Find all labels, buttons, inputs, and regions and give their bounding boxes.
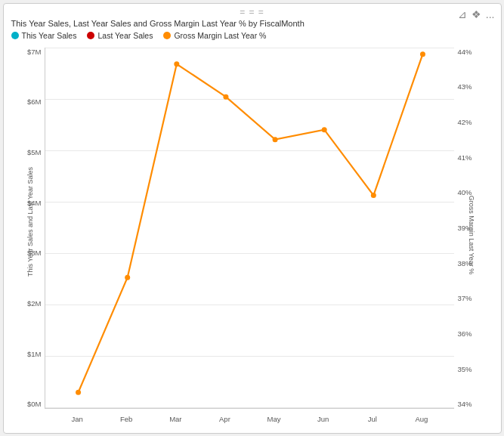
legend: This Year Sales Last Year Sales Gross Ma… [11,31,493,40]
y-tick-5m: $5M [27,148,41,156]
legend-item-this-year: This Year Sales [11,31,77,40]
x-label-feb: Feb [102,415,151,423]
y-axis-left-label: This Year Sales and Last Year Sales [26,193,34,277]
chart-title: This Year Sales, Last Year Sales and Gro… [11,19,493,28]
y-right-37: 37% [458,294,472,302]
x-label-aug: Aug [397,415,446,423]
bar-group-jun [298,48,348,408]
y-right-43: 43% [458,82,472,91]
legend-label-this-year: This Year Sales [22,31,77,40]
plot-area: JanFebMarAprMayJunJulAug [45,48,454,409]
x-label-jan: Jan [53,415,102,423]
y-tick-6m: $6M [27,97,41,106]
x-label-may: May [249,415,298,423]
x-label-jul: Jul [348,415,397,423]
legend-item-last-year: Last Year Sales [87,31,153,40]
chart-area: $7M $6M $5M $4M $3M $2M $1M $0M This Yea… [11,45,493,425]
y-tick-1m: $1M [27,350,41,358]
bar-group-aug [397,48,446,408]
legend-label-last-year: Last Year Sales [97,31,153,40]
y-right-35: 35% [458,365,472,373]
y-axis-right-label: Gross Margin Last Year % [468,186,475,284]
y-tick-7m: $7M [27,48,41,56]
y-tick-2m: $2M [27,299,41,308]
x-labels: JanFebMarAprMayJunJulAug [45,415,454,423]
bars-container [45,48,454,408]
x-label-mar: Mar [151,415,200,423]
bar-group-feb [102,48,151,408]
legend-dot-gm [163,32,171,39]
legend-dot-this-year [11,32,19,39]
more-icon[interactable]: ... [486,8,495,20]
x-label-jun: Jun [298,415,348,423]
y-tick-0m: $0M [27,400,41,408]
chart-card: = = = ⊿ ❖ ... This Year Sales, Last Year… [3,3,502,434]
filter-icon[interactable]: ⊿ [458,8,467,20]
drag-handle[interactable]: = = = [240,7,264,17]
y-axis-right: 44% 43% 42% 41% 40% 39% 38% 37% 36% 35% … [454,45,493,425]
expand-icon[interactable]: ❖ [472,8,481,20]
y-right-34: 34% [458,400,472,408]
legend-label-gm: Gross Margin Last Year % [174,31,266,40]
top-icons: ⊿ ❖ ... [458,8,495,20]
y-right-42: 42% [458,118,472,126]
bar-group-may [249,48,298,408]
bar-group-apr [200,48,249,408]
bar-group-jan [53,48,102,408]
y-right-36: 36% [458,329,472,338]
legend-dot-last-year [87,32,94,39]
y-right-41: 41% [458,153,472,162]
bar-group-jul [348,48,397,408]
y-axis-left: $7M $6M $5M $4M $3M $2M $1M $0M This Yea… [11,45,45,425]
bar-group-mar [151,48,200,408]
legend-item-gm: Gross Margin Last Year % [163,31,266,40]
x-label-apr: Apr [200,415,249,423]
y-right-44: 44% [458,48,472,56]
